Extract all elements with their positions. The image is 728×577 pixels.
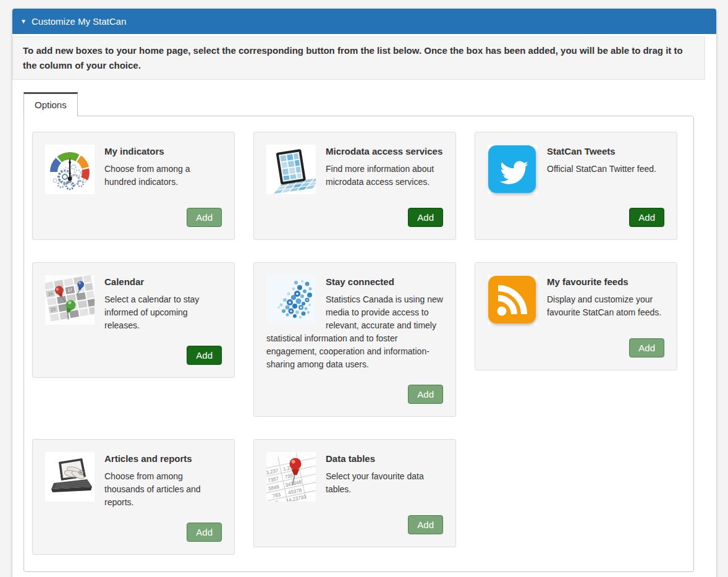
card-data-tables: 3,2371,2378 73577357 3848343848 78345378…	[253, 439, 456, 547]
card-my-favourite-feeds: My favourite feeds Display and customize…	[475, 262, 677, 370]
add-button[interactable]: Add	[408, 208, 443, 227]
customize-panel-header[interactable]: ▼ Customize My StatCan	[12, 9, 716, 34]
cards-row-1: My indicators Choose from among a hundre…	[32, 132, 685, 240]
card-statcan-tweets: StatCan Tweets Official StatCan Twitter …	[475, 132, 677, 240]
cards-row-2: 151617 2324	[32, 262, 685, 417]
card-articles-and-reports: Articles and reports Choose from among t…	[32, 439, 235, 555]
collapse-caret-icon: ▼	[20, 18, 27, 25]
svg-text:15: 15	[48, 291, 53, 296]
panel-body: To add new boxes to your home page, sele…	[12, 34, 716, 577]
customize-panel: ▼ Customize My StatCan To add new boxes …	[12, 9, 716, 577]
card-my-indicators: My indicators Choose from among a hundre…	[32, 132, 235, 240]
card-stay-connected: Stay connected Statistics Canada is usin…	[253, 262, 456, 417]
cards-row-3: Articles and reports Choose from among t…	[32, 439, 685, 555]
svg-text:23: 23	[51, 307, 56, 312]
tab-options[interactable]: Options	[23, 92, 78, 116]
add-button[interactable]: Add	[408, 385, 443, 404]
network-dots-image	[266, 275, 316, 325]
panel-title: Customize My StatCan	[32, 16, 126, 27]
pushpin-spreadsheet-image: 3,2371,2378 73577357 3848343848 78345378…	[266, 452, 316, 502]
add-button[interactable]: Add	[629, 208, 664, 227]
svg-text:17: 17	[67, 288, 73, 293]
tab-content: My indicators Choose from among a hundre…	[23, 116, 694, 572]
add-button[interactable]: Add	[187, 208, 222, 227]
add-button[interactable]: Add	[408, 515, 443, 534]
twitter-bird-image	[488, 145, 537, 194]
tabs-area: Options	[23, 92, 694, 572]
add-button[interactable]: Add	[187, 346, 222, 365]
laptop-articles-image	[45, 452, 95, 502]
card-calendar: 151617 2324	[32, 262, 235, 378]
instructions-text: To add new boxes to your home page, sele…	[12, 36, 705, 80]
calendar-pushpins-image: 151617 2324	[45, 275, 95, 325]
card-microdata-access-services: Microdata access services Find more info…	[253, 132, 456, 240]
add-button[interactable]: Add	[629, 338, 664, 357]
gauge-gears-image	[45, 145, 95, 194]
rss-feed-image	[488, 275, 537, 325]
add-button[interactable]: Add	[187, 523, 222, 542]
tablet-data-image	[266, 145, 316, 194]
